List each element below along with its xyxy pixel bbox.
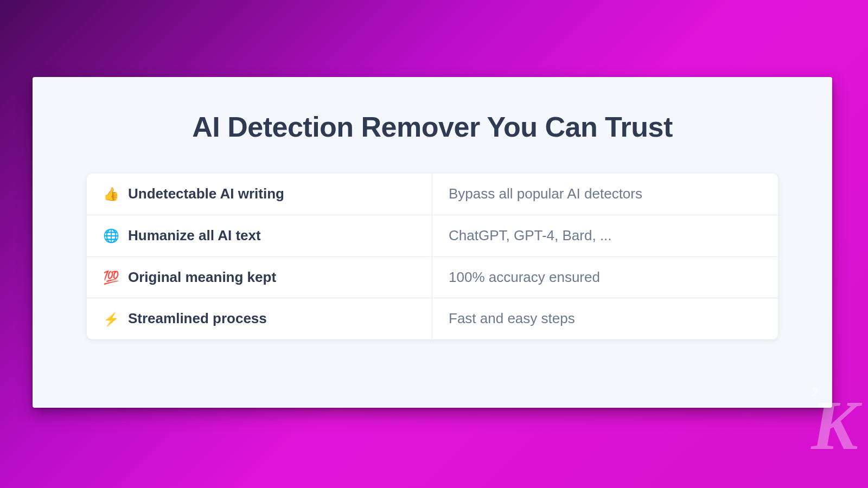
detail-label: ChatGPT, GPT-4, Bard, ... [449,227,612,245]
feature-table: 👍 Undetectable AI writing Bypass all pop… [87,174,778,339]
detail-label: Bypass all popular AI detectors [449,185,642,203]
table-row: 👍 Undetectable AI writing Bypass all pop… [87,174,778,215]
detail-cell: Fast and easy steps [432,298,778,339]
feature-cell: 👍 Undetectable AI writing [87,174,432,215]
table-row: ⚡ Streamlined process Fast and easy step… [87,298,778,339]
globe-icon: 🌐 [103,227,119,244]
feature-cell: 🌐 Humanize all AI text [87,215,432,256]
hundred-icon: 💯 [103,269,119,286]
feature-label: Streamlined process [128,310,267,328]
detail-cell: ChatGPT, GPT-4, Bard, ... [432,215,778,256]
watermark-logo: ’K [808,401,854,450]
feature-label: Undetectable AI writing [128,185,284,203]
table-row: 🌐 Humanize all AI text ChatGPT, GPT-4, B… [87,215,778,256]
feature-label: Original meaning kept [128,268,276,287]
detail-cell: Bypass all popular AI detectors [432,174,778,215]
watermark-apostrophe: ’ [808,379,814,415]
content-card: AI Detection Remover You Can Trust 👍 Und… [33,77,832,408]
table-row: 💯 Original meaning kept 100% accuracy en… [87,256,778,298]
watermark-letter: K [811,386,854,464]
detail-label: 100% accuracy ensured [449,268,600,287]
page-title: AI Detection Remover You Can Trust [87,111,778,143]
feature-cell: ⚡ Streamlined process [87,298,432,339]
thumbs-up-icon: 👍 [103,185,119,202]
feature-label: Humanize all AI text [128,227,261,245]
detail-cell: 100% accuracy ensured [432,257,778,298]
bolt-icon: ⚡ [103,311,119,328]
detail-label: Fast and easy steps [449,310,575,328]
feature-cell: 💯 Original meaning kept [87,257,432,298]
